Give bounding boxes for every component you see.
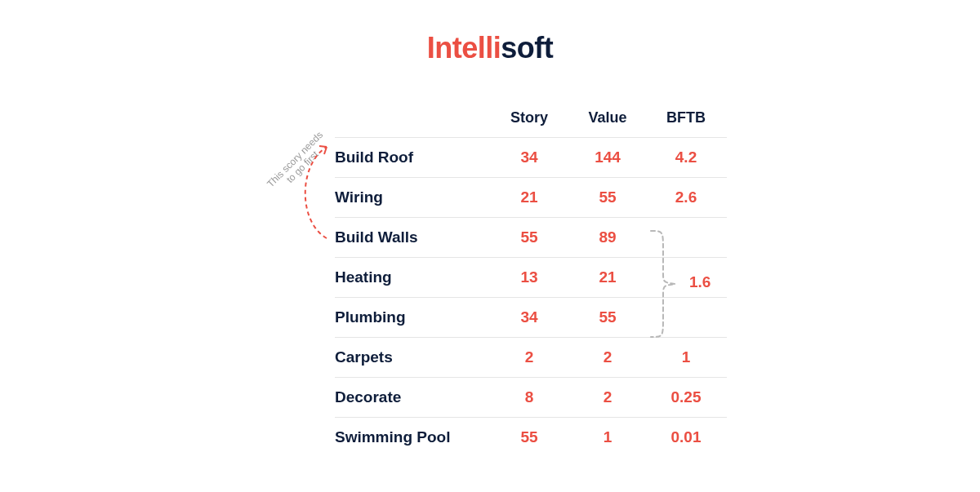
row-value: 21: [568, 268, 647, 286]
table-row: Build Roof 34 144 4.2: [335, 137, 727, 177]
brand-part2: soft: [501, 31, 553, 64]
row-bftb: 0.25: [647, 388, 725, 406]
row-bftb: 2.6: [647, 188, 725, 206]
row-story: 2: [490, 348, 568, 366]
brand-part1: Intelli: [427, 31, 501, 64]
table-row: Decorate 8 2 0.25: [335, 377, 727, 417]
group-bftb-value: 1.6: [689, 273, 710, 291]
row-name: Heating: [335, 268, 490, 286]
table-header: Story Value BFTB: [335, 98, 727, 137]
group-brace-icon: [647, 227, 679, 341]
row-bftb: 1: [647, 348, 725, 366]
row-story: 34: [490, 308, 568, 326]
table-row: Swimming Pool 55 1 0.01: [335, 417, 727, 457]
header-value: Value: [568, 109, 647, 126]
row-bftb: 4.2: [647, 148, 725, 166]
row-value: 1: [568, 428, 647, 446]
row-story: 8: [490, 388, 568, 406]
header-story: Story: [490, 109, 568, 126]
brand-logo: Intellisoft: [0, 31, 980, 65]
row-name: Carpets: [335, 348, 490, 366]
row-value: 55: [568, 188, 647, 206]
row-story: 55: [490, 228, 568, 246]
row-story: 13: [490, 268, 568, 286]
row-value: 144: [568, 148, 647, 166]
row-value: 2: [568, 348, 647, 366]
row-story: 55: [490, 428, 568, 446]
header-bftb: BFTB: [647, 109, 725, 126]
row-value: 2: [568, 388, 647, 406]
row-name: Plumbing: [335, 308, 490, 326]
row-value: 89: [568, 228, 647, 246]
reorder-arrow-icon: [294, 132, 359, 246]
row-bftb: 0.01: [647, 428, 725, 446]
row-name: Swimming Pool: [335, 428, 490, 446]
row-value: 55: [568, 308, 647, 326]
row-story: 21: [490, 188, 568, 206]
table-row: Carpets 2 2 1: [335, 337, 727, 377]
row-name: Decorate: [335, 388, 490, 406]
table-row: Wiring 21 55 2.6: [335, 177, 727, 217]
row-story: 34: [490, 148, 568, 166]
